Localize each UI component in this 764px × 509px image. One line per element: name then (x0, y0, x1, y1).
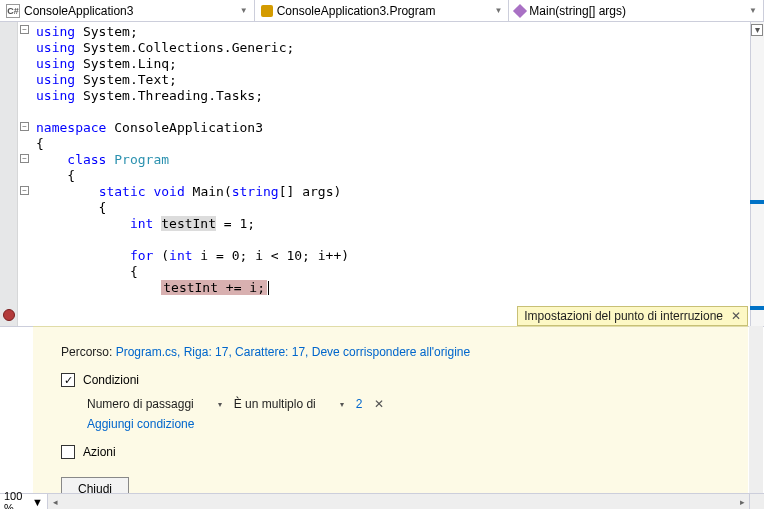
condition-value[interactable]: 2 (356, 397, 363, 411)
class-icon (261, 5, 273, 17)
breakpoint-settings-title: Impostazioni del punto di interruzione ✕ (517, 306, 748, 326)
panel-scrollbar[interactable] (749, 326, 763, 493)
horizontal-scrollbar[interactable]: ◂ ▸ (48, 494, 750, 509)
zoom-combo[interactable]: 100 %▼ (0, 494, 48, 509)
change-marker (750, 200, 764, 204)
actions-label: Azioni (83, 445, 116, 459)
add-condition-link[interactable]: Aggiungi condizione (87, 417, 720, 431)
fold-toggle[interactable]: − (20, 25, 29, 34)
breakpoint-line: testInt += i; (161, 280, 267, 295)
chevron-down-icon: ▼ (749, 6, 757, 15)
remove-condition-button[interactable]: ✕ (374, 397, 384, 411)
breakpoint-location: Percorso: Program.cs, Riga: 17, Caratter… (61, 345, 720, 359)
method-combo[interactable]: Main(string[] args) ▼ (509, 0, 764, 21)
chevron-down-icon: ▼ (32, 496, 43, 508)
code-editor: − − − − using System; using System.Colle… (0, 22, 764, 327)
split-icon[interactable]: ▾ (751, 24, 763, 36)
project-label: ConsoleApplication3 (24, 4, 133, 18)
breakpoint-settings-panel: Percorso: Program.cs, Riga: 17, Caratter… (33, 326, 748, 495)
location-link[interactable]: Program.cs, Riga: 17, Carattere: 17, Dev… (116, 345, 470, 359)
csharp-icon: C# (6, 4, 20, 18)
code-area[interactable]: using System; using System.Collections.G… (32, 22, 750, 326)
breakpoint-gutter[interactable] (0, 22, 18, 326)
conditions-label: Condizioni (83, 373, 139, 387)
actions-checkbox[interactable] (61, 445, 75, 459)
method-label: Main(string[] args) (529, 4, 626, 18)
method-icon (513, 3, 527, 17)
project-combo[interactable]: C#ConsoleApplication3 ▼ (0, 0, 255, 21)
fold-toggle[interactable]: − (20, 122, 29, 131)
popup-title-text: Impostazioni del punto di interruzione (524, 309, 723, 323)
chevron-down-icon: ▼ (494, 6, 502, 15)
chevron-down-icon: ▼ (240, 6, 248, 15)
fold-toggle[interactable]: − (20, 186, 29, 195)
conditions-checkbox[interactable]: ✓ (61, 373, 75, 387)
class-combo[interactable]: ConsoleApplication3.Program ▼ (255, 0, 510, 21)
scroll-right-icon[interactable]: ▸ (735, 494, 749, 509)
scroll-left-icon[interactable]: ◂ (48, 494, 62, 509)
close-icon[interactable]: ✕ (731, 309, 741, 323)
condition-op-dropdown[interactable]: È un multiplo di▾ (234, 397, 344, 411)
status-bar: 100 %▼ ◂ ▸ (0, 493, 764, 509)
outline-gutter[interactable]: − − − − (18, 22, 32, 326)
navigation-bar: C#ConsoleApplication3 ▼ ConsoleApplicati… (0, 0, 764, 22)
scroll-corner (750, 494, 764, 509)
change-marker (750, 306, 764, 310)
overview-ruler[interactable]: ▾ (750, 22, 764, 326)
fold-toggle[interactable]: − (20, 154, 29, 163)
condition-type-dropdown[interactable]: Numero di passaggi▾ (87, 397, 222, 411)
breakpoint-icon[interactable] (3, 309, 15, 321)
class-label: ConsoleApplication3.Program (277, 4, 436, 18)
